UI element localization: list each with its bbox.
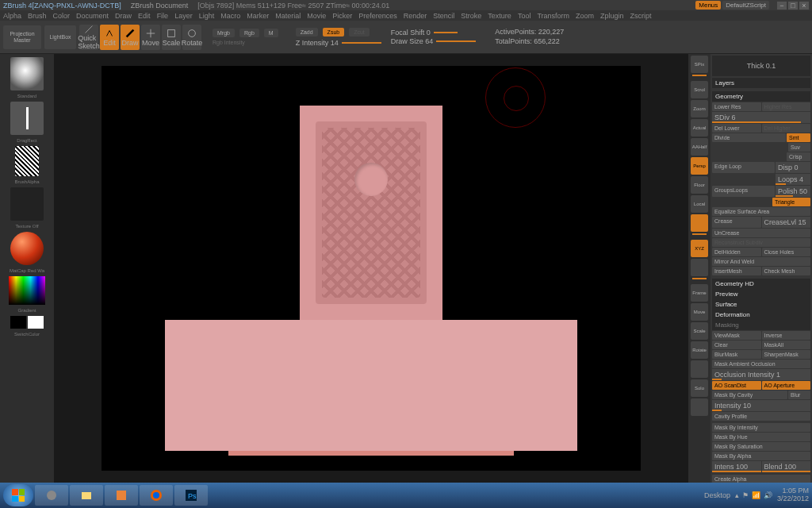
rtool-local[interactable]: Local — [691, 195, 708, 213]
menu-picker[interactable]: Picker — [332, 12, 352, 20]
lower-res-button[interactable]: Lower Res — [712, 102, 761, 111]
blend-slider[interactable]: Blend 100 — [762, 461, 811, 472]
mrgb-button[interactable]: Mrgb — [213, 29, 235, 37]
menu-texture[interactable]: Texture — [488, 12, 511, 20]
color-black-swatch[interactable] — [10, 316, 26, 329]
clear-button[interactable]: Clear — [712, 341, 761, 349]
tray-network-icon[interactable]: 📶 — [752, 491, 760, 499]
task-zbrush[interactable] — [35, 485, 68, 506]
menu-marker[interactable]: Marker — [247, 12, 269, 20]
canvas[interactable] — [102, 66, 641, 471]
stroke-swatch[interactable] — [10, 102, 44, 135]
zsub-button[interactable]: Zsub — [323, 28, 345, 37]
menu-brush[interactable]: Brush — [28, 12, 47, 20]
crease-button[interactable]: Crease — [712, 217, 761, 228]
layers-header[interactable]: Layers — [712, 78, 810, 88]
mask-ao-button[interactable]: Mask Ambient Occlusion — [712, 360, 810, 368]
zadd-button[interactable]: Zadd — [296, 28, 318, 37]
tray-up-icon[interactable]: ▴ — [735, 491, 739, 499]
tray-icons[interactable]: ▴ ⚑ 📶 🔊 — [735, 491, 772, 499]
close-button[interactable]: × — [799, 2, 809, 10]
tray-clock[interactable]: 1:05 PM 3/22/2012 — [777, 487, 809, 503]
deformation-header[interactable]: Deformation — [712, 310, 810, 320]
rtool-zoom[interactable]: Zoom — [691, 100, 708, 117]
mask-saturation-button[interactable]: Mask By Saturation — [712, 442, 810, 451]
ao-aperture-button[interactable]: AO Aperture — [762, 381, 811, 390]
material-swatch[interactable] — [10, 232, 44, 265]
menu-layer[interactable]: Layer — [174, 12, 193, 20]
mask-intensity-button[interactable]: Mask By Intensity — [712, 423, 810, 432]
menus-button[interactable]: Menus — [695, 1, 721, 10]
task-media[interactable] — [105, 485, 138, 506]
triangle-button[interactable]: Triangle — [772, 198, 810, 206]
occlusion-intensity-slider[interactable]: Occlusion Intensity 1 — [712, 369, 810, 380]
reconstruct-button[interactable]: Reconstruct Subdiv — [712, 238, 810, 247]
rtool-blank-17[interactable] — [691, 398, 708, 416]
tray-volume-icon[interactable]: 🔊 — [764, 491, 772, 499]
preview-header[interactable]: Preview — [712, 289, 810, 299]
alpha-swatch[interactable] — [15, 146, 39, 176]
menu-transform[interactable]: Transform — [537, 12, 569, 20]
draw-button[interactable]: Draw — [121, 25, 140, 50]
menu-stroke[interactable]: Stroke — [461, 12, 481, 20]
menu-color[interactable]: Color — [53, 12, 71, 20]
start-button[interactable] — [3, 484, 33, 506]
polish-slider[interactable]: Polish 50 — [776, 186, 810, 197]
crisp-button[interactable]: Crisp — [787, 152, 810, 161]
maskall-button[interactable]: MaskAll — [762, 341, 811, 349]
menu-light[interactable]: Light — [199, 12, 215, 20]
menu-material[interactable]: Material — [275, 12, 301, 20]
divide-button[interactable]: Divide — [712, 133, 786, 142]
rtool-aahalf[interactable]: AAHalf — [691, 138, 708, 156]
maximize-button[interactable]: □ — [788, 2, 798, 10]
menu-draw[interactable]: Draw — [115, 12, 132, 20]
scale-button[interactable]: Scale — [162, 25, 181, 50]
menu-zscript[interactable]: Zscript — [630, 12, 652, 20]
focal-shift-slider[interactable]: Focal Shift 0 — [391, 29, 431, 37]
move-button[interactable]: Move — [141, 25, 160, 50]
rtool-solo[interactable]: Solo — [691, 379, 708, 397]
taskbar[interactable]: Ps Desktop ▴ ⚑ 📶 🔊 1:05 PM 3/22/2012 — [0, 483, 812, 508]
rtool-persp[interactable]: Persp — [691, 157, 708, 175]
menu-stencil[interactable]: Stencil — [433, 12, 454, 20]
draw-size-slider[interactable]: Draw Size 64 — [391, 37, 434, 45]
menu-zplugin[interactable]: Zplugin — [600, 12, 624, 20]
rgb-button[interactable]: Rgb — [239, 29, 259, 37]
brush-preview[interactable]: Thick 0.1 — [712, 56, 810, 76]
mask-cavity-button[interactable]: Mask By Cavity — [712, 391, 787, 399]
menu-tool[interactable]: Tool — [518, 12, 531, 20]
insert-mesh-button[interactable]: InsertMesh — [712, 267, 761, 275]
intens-slider[interactable]: Intens 100 — [712, 461, 761, 472]
brush-swatch[interactable] — [10, 57, 44, 90]
del-lower-button[interactable]: Del Lower — [712, 124, 761, 133]
edit-button[interactable]: Edit — [100, 25, 119, 50]
menu-macro[interactable]: Macro — [220, 12, 240, 20]
task-photoshop[interactable]: Ps — [174, 485, 208, 506]
zcut-button[interactable]: Zcut — [349, 28, 370, 37]
suv-button[interactable]: Suv — [788, 143, 810, 152]
rtool-actual[interactable]: Actual — [691, 119, 708, 137]
m-button[interactable]: M — [264, 29, 278, 37]
disp-slider[interactable]: Disp 0 — [776, 162, 810, 173]
surface-header[interactable]: Surface — [712, 299, 810, 310]
rtool-floor[interactable]: Floor — [691, 176, 708, 194]
del-higher-button[interactable]: Del Higher — [762, 124, 811, 133]
z-intensity-slider[interactable]: Z Intensity 14 — [296, 39, 339, 47]
mask-hue-button[interactable]: Mask By Hue — [712, 433, 810, 441]
texture-swatch[interactable] — [10, 187, 44, 221]
rtool-spix[interactable]: SPix — [691, 56, 708, 73]
model[interactable] — [165, 106, 577, 456]
rtool-frame[interactable]: Frame — [691, 284, 708, 302]
del-hidden-button[interactable]: DelHidden — [712, 248, 761, 256]
lightbox-button[interactable]: LightBox — [44, 25, 76, 49]
menu-movie[interactable]: Movie — [307, 12, 326, 20]
menu-file[interactable]: File — [157, 12, 169, 20]
crease-lvl-slider[interactable]: CreaseLvl 15 — [762, 217, 811, 228]
task-explorer[interactable] — [70, 485, 103, 506]
tray-flag-icon[interactable]: ⚑ — [742, 491, 749, 499]
rtool-blank-15[interactable] — [691, 360, 708, 378]
cavity-profile-button[interactable]: Cavity Profile — [712, 412, 810, 421]
task-firefox[interactable] — [140, 485, 173, 506]
mask-alpha-button[interactable]: Mask By Alpha — [712, 452, 810, 460]
minimize-button[interactable]: − — [777, 2, 787, 10]
